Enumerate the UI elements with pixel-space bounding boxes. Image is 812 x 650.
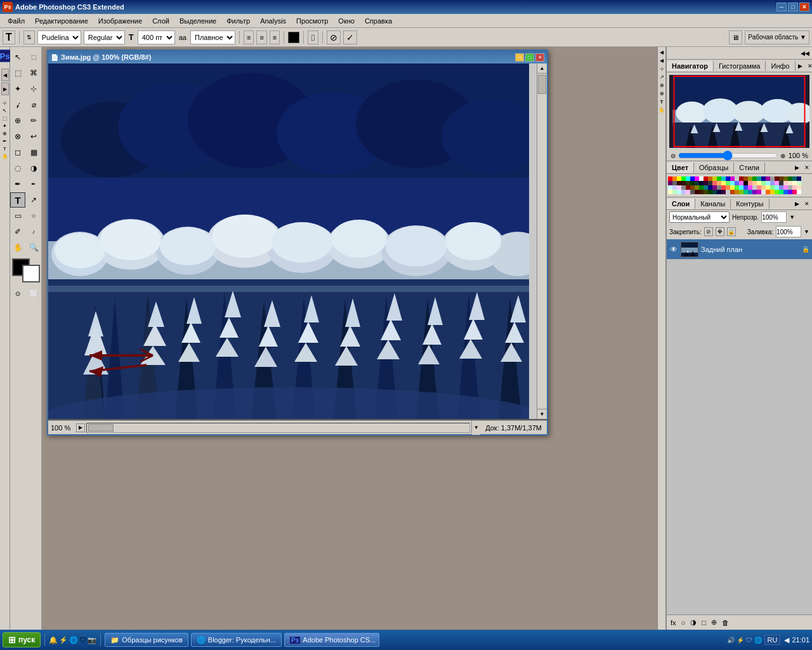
- tab-layers[interactable]: Слои: [667, 199, 695, 209]
- lasso-tool[interactable]: ⌘: [26, 65, 41, 81]
- color-swatch-cell[interactable]: [797, 181, 801, 185]
- taskbar-item-samples[interactable]: 📁 Образцы рисунков: [105, 633, 188, 647]
- color-swatch-cell[interactable]: [761, 185, 766, 190]
- color-panel-menu[interactable]: ▶: [792, 164, 802, 171]
- close-button[interactable]: ✕: [799, 3, 809, 11]
- move-tool[interactable]: ↖: [10, 50, 25, 65]
- font-size-select[interactable]: 400 пт: [138, 30, 175, 44]
- antialiasing-select[interactable]: Плавное: [190, 30, 235, 44]
- color-swatch-cell[interactable]: [699, 190, 704, 194]
- clone-tool[interactable]: ⊗: [10, 129, 25, 144]
- eyedropper-tool[interactable]: 𝒾: [10, 97, 25, 112]
- tab-histogram[interactable]: Гистограмма: [714, 61, 766, 71]
- blur-tool[interactable]: ◌: [10, 161, 25, 176]
- color-swatch-cell[interactable]: [752, 190, 757, 194]
- hand-tool[interactable]: ✋: [10, 240, 25, 255]
- brush-tool[interactable]: ✏: [26, 113, 41, 128]
- blend-mode-select[interactable]: Нормальный: [669, 211, 730, 223]
- color-swatch-cell[interactable]: [783, 185, 788, 190]
- color-swatch-cell[interactable]: [797, 176, 801, 181]
- color-swatch-cell[interactable]: [788, 181, 792, 185]
- color-swatch-cell[interactable]: [721, 181, 726, 185]
- lock-move-btn[interactable]: ✥: [716, 227, 724, 236]
- nav-panel-close[interactable]: ✕: [805, 63, 812, 69]
- right-strip-btn-3[interactable]: ⊹: [660, 66, 664, 72]
- color-swatch-cell[interactable]: [739, 176, 743, 181]
- tray-icon-4[interactable]: 🛡: [79, 636, 86, 644]
- dodge-tool[interactable]: ◑: [26, 161, 41, 176]
- warp-btn[interactable]: ⌷: [308, 30, 318, 44]
- color-swatch-cell[interactable]: [735, 181, 739, 185]
- color-swatch-cell[interactable]: [788, 185, 792, 190]
- mini-tool-3[interactable]: ⬚: [1, 114, 9, 122]
- vertical-scrollbar[interactable]: ▲ ▼: [537, 63, 547, 419]
- color-swatch-cell[interactable]: [735, 185, 739, 190]
- color-swatch-cell[interactable]: [792, 185, 797, 190]
- color-swatch-cell[interactable]: [748, 185, 752, 190]
- pen-tool[interactable]: ✒: [10, 176, 25, 192]
- color-swatch-cell[interactable]: [761, 176, 766, 181]
- color-swatch-cell[interactable]: [775, 190, 779, 194]
- color-swatch-cell[interactable]: [739, 181, 743, 185]
- color-swatch-cell[interactable]: [775, 176, 779, 181]
- tray-icon-1[interactable]: 🔔: [49, 636, 58, 644]
- color-swatch-cell[interactable]: [681, 185, 686, 190]
- color-swatch-cell[interactable]: [788, 176, 792, 181]
- mini-tool-7[interactable]: T: [1, 145, 9, 152]
- path-select-tool[interactable]: ↗: [26, 192, 41, 208]
- color-swatch-cell[interactable]: [761, 190, 766, 194]
- layer-fx-btn[interactable]: fx: [671, 619, 676, 627]
- crop-tool[interactable]: ⊹: [26, 81, 41, 96]
- right-strip-btn-2[interactable]: ◀: [660, 58, 664, 63]
- color-swatch-cell[interactable]: [686, 181, 690, 185]
- audio-tool[interactable]: ♪: [26, 224, 41, 239]
- color-swatch-cell[interactable]: [770, 176, 775, 181]
- color-swatch-cell[interactable]: [770, 190, 775, 194]
- color-swatch-cell[interactable]: [748, 181, 752, 185]
- delete-layer-btn[interactable]: 🗑: [722, 619, 729, 627]
- color-swatch-cell[interactable]: [792, 190, 797, 194]
- spot-heal-tool[interactable]: ⊕: [10, 113, 25, 128]
- color-swatch-cell[interactable]: [779, 176, 783, 181]
- color-swatch-cell[interactable]: [757, 190, 761, 194]
- color-swatch-cell[interactable]: [775, 185, 779, 190]
- color-swatch-cell[interactable]: [721, 185, 726, 190]
- start-button[interactable]: ⊞ пуск: [3, 632, 41, 647]
- layer-visibility-btn[interactable]: 👁: [669, 245, 678, 254]
- text-tool[interactable]: T: [10, 192, 25, 208]
- color-swatch-cell[interactable]: [730, 181, 735, 185]
- layer-adjustment-btn[interactable]: ◑: [690, 618, 697, 627]
- menu-help[interactable]: Справка: [360, 16, 397, 26]
- color-swatch-cell[interactable]: [686, 176, 690, 181]
- color-swatch-cell[interactable]: [712, 190, 717, 194]
- menu-filter[interactable]: Фильтр: [221, 16, 255, 26]
- mini-tool-4[interactable]: ✦: [1, 122, 9, 129]
- color-swatch-cell[interactable]: [668, 185, 672, 190]
- color-swatch-cell[interactable]: [717, 176, 721, 181]
- color-swatch-cell[interactable]: [788, 190, 792, 194]
- color-swatch-cell[interactable]: [766, 185, 770, 190]
- font-style-select[interactable]: Regular: [84, 30, 125, 44]
- panel-collapse-btn[interactable]: ◀: [1, 69, 9, 81]
- color-swatch-cell[interactable]: [726, 176, 730, 181]
- color-swatch-cell[interactable]: [681, 181, 686, 185]
- quick-mask-btn[interactable]: ⊙: [10, 286, 25, 301]
- color-swatch-cell[interactable]: [677, 190, 681, 194]
- taskbar-item-blogger[interactable]: 🌐 Blogger: Рукодельн...: [191, 633, 282, 647]
- color-swatch-cell[interactable]: [668, 176, 672, 181]
- panels-collapse-btn[interactable]: ◀◀: [801, 50, 809, 56]
- zoom-in-icon[interactable]: ⊕: [780, 152, 785, 159]
- color-swatch-cell[interactable]: [730, 176, 735, 181]
- color-swatch-cell[interactable]: [695, 185, 699, 190]
- mini-tool-6[interactable]: ✒: [1, 137, 9, 145]
- color-swatch-cell[interactable]: [717, 185, 721, 190]
- color-swatch-cell[interactable]: [752, 176, 757, 181]
- history-brush-tool[interactable]: ↩: [26, 129, 41, 144]
- zoom-slider[interactable]: [678, 152, 778, 159]
- color-swatch-cell[interactable]: [739, 185, 743, 190]
- color-swatch-cell[interactable]: [743, 185, 748, 190]
- gradient-tool[interactable]: ▦: [26, 145, 41, 160]
- align-center-btn[interactable]: ≡: [256, 30, 266, 44]
- custom-shape-tool[interactable]: ☆: [26, 208, 41, 223]
- scroll-thumb[interactable]: [538, 75, 546, 94]
